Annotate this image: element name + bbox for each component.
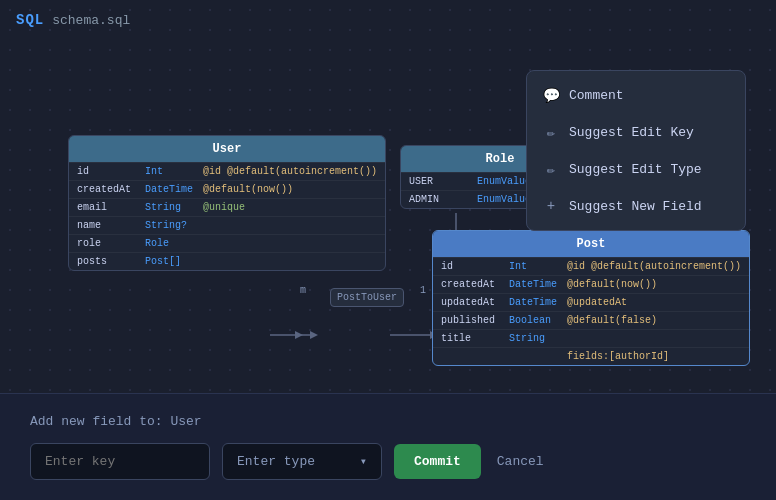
table-row: createdAt DateTime @default(now())	[433, 275, 749, 293]
cancel-button[interactable]: Cancel	[493, 444, 548, 479]
svg-marker-5	[295, 331, 303, 339]
field-type: DateTime	[145, 184, 195, 195]
relation-m-label: m	[300, 285, 306, 296]
field-type-placeholder: Enter type	[237, 454, 315, 469]
field-name: USER	[409, 176, 469, 187]
field-name: published	[441, 315, 501, 326]
chevron-down-icon: ▾	[360, 454, 367, 469]
context-menu: 💬 Comment ✏ Suggest Edit Key ✏ Suggest E…	[526, 70, 746, 231]
field-type: Int	[509, 261, 559, 272]
field-name: posts	[77, 256, 137, 267]
menu-suggest-new-field-label: Suggest New Field	[569, 199, 702, 214]
add-field-panel: Add new field to: User Enter type ▾ Comm…	[0, 393, 776, 500]
edit-key-icon: ✏	[543, 124, 559, 141]
field-attr: @unique	[203, 202, 245, 213]
field-type: String	[509, 333, 559, 344]
field-name: createdAt	[77, 184, 137, 195]
add-field-icon: +	[543, 198, 559, 214]
table-row: name String?	[69, 216, 385, 234]
add-field-controls: Enter type ▾ Commit Cancel	[30, 443, 746, 480]
junction-posttouser: PostToUser	[330, 288, 404, 307]
field-type-select[interactable]: Enter type ▾	[222, 443, 382, 480]
field-name: updatedAt	[441, 297, 501, 308]
field-name: title	[441, 333, 501, 344]
menu-item-comment[interactable]: 💬 Comment	[527, 77, 745, 114]
table-user: User id Int @id @default(autoincrement()…	[68, 135, 386, 271]
table-row: email String @unique	[69, 198, 385, 216]
field-key-input[interactable]	[30, 443, 210, 480]
field-name: role	[77, 238, 137, 249]
menu-suggest-edit-key-label: Suggest Edit Key	[569, 125, 694, 140]
field-type: DateTime	[509, 297, 559, 308]
table-row: published Boolean @default(false)	[433, 311, 749, 329]
menu-comment-label: Comment	[569, 88, 624, 103]
field-type: Boolean	[509, 315, 559, 326]
header: SQL schema.sql	[16, 12, 130, 28]
field-type: Int	[145, 166, 195, 177]
menu-suggest-edit-type-label: Suggest Edit Type	[569, 162, 702, 177]
field-attr: @id @default(autoincrement())	[203, 166, 377, 177]
field-attr: @updatedAt	[567, 297, 627, 308]
field-attr: @default(false)	[567, 315, 657, 326]
sql-label: SQL	[16, 12, 44, 28]
field-type: Role	[145, 238, 195, 249]
field-type: Post[]	[145, 256, 195, 267]
svg-marker-1	[310, 331, 318, 339]
field-name: ADMIN	[409, 194, 469, 205]
commit-button[interactable]: Commit	[394, 444, 481, 479]
relation-1-label: 1	[420, 285, 426, 296]
field-name: email	[77, 202, 137, 213]
table-row: fields:[authorId]	[433, 347, 749, 365]
comment-icon: 💬	[543, 87, 559, 104]
table-post-header: Post	[433, 231, 749, 257]
table-row: posts Post[]	[69, 252, 385, 270]
table-row: updatedAt DateTime @updatedAt	[433, 293, 749, 311]
table-user-header: User	[69, 136, 385, 162]
field-name: name	[77, 220, 137, 231]
table-row: id Int @id @default(autoincrement())	[69, 162, 385, 180]
field-type: String	[145, 202, 195, 213]
table-row: title String	[433, 329, 749, 347]
table-row: createdAt DateTime @default(now())	[69, 180, 385, 198]
field-attr: @default(now())	[203, 184, 293, 195]
field-name: id	[77, 166, 137, 177]
field-attr: @id @default(autoincrement())	[567, 261, 741, 272]
filename-label: schema.sql	[52, 13, 130, 28]
add-field-title: Add new field to: User	[30, 414, 746, 429]
field-attr: @default(now())	[567, 279, 657, 290]
junction-label: PostToUser	[337, 292, 397, 303]
table-row: role Role	[69, 234, 385, 252]
menu-item-suggest-new-field[interactable]: + Suggest New Field	[527, 188, 745, 224]
edit-type-icon: ✏	[543, 161, 559, 178]
field-attr: fields:[authorId]	[567, 351, 669, 362]
menu-item-suggest-edit-type[interactable]: ✏ Suggest Edit Type	[527, 151, 745, 188]
field-name: createdAt	[441, 279, 501, 290]
table-post: Post id Int @id @default(autoincrement()…	[432, 230, 750, 366]
menu-item-suggest-edit-key[interactable]: ✏ Suggest Edit Key	[527, 114, 745, 151]
table-row: id Int @id @default(autoincrement())	[433, 257, 749, 275]
field-name: id	[441, 261, 501, 272]
field-type: String?	[145, 220, 195, 231]
field-type: DateTime	[509, 279, 559, 290]
